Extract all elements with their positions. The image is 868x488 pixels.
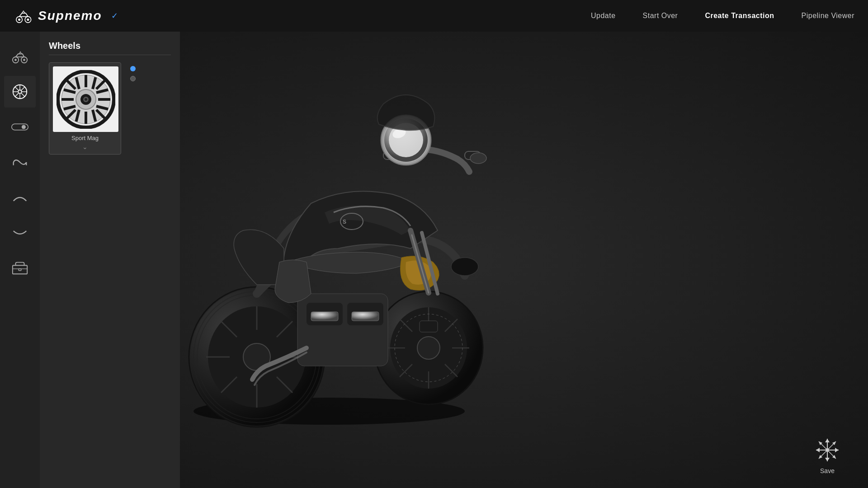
save-label: Save	[820, 467, 835, 474]
svg-line-15	[15, 87, 19, 90]
svg-text:S: S	[343, 219, 346, 225]
nav-create-transaction[interactable]: Create Transaction	[705, 12, 774, 20]
svg-point-7	[23, 59, 25, 61]
handlebar-icon	[11, 154, 28, 171]
logo-icon	[14, 6, 33, 25]
motorcycle-icon	[11, 48, 28, 65]
wheel-preview	[53, 66, 118, 132]
nav-links: Update Start Over Create Transaction Pip…	[591, 12, 854, 20]
svg-point-3	[27, 19, 29, 21]
sidebar	[0, 32, 40, 488]
sidebar-item-fender-rear[interactable]	[4, 217, 36, 249]
nav-start-over[interactable]: Start Over	[643, 12, 678, 20]
nav-update[interactable]: Update	[591, 12, 616, 20]
color-dots	[130, 66, 136, 81]
fender-rear-icon	[11, 224, 28, 241]
color-dot-gray[interactable]	[130, 76, 136, 81]
wheels-panel: Wheels	[40, 32, 180, 488]
fender-front-icon	[11, 189, 28, 206]
header: Supnemo ✓ Update Start Over Create Trans…	[0, 0, 868, 32]
save-area[interactable]: Save	[814, 436, 841, 474]
sidebar-item-fender-front[interactable]	[4, 182, 36, 213]
color-dot-blue[interactable]	[130, 66, 136, 71]
sport-mag-wheel-svg	[57, 70, 115, 129]
svg-rect-25	[19, 269, 21, 271]
brand-name: Supnemo	[38, 9, 102, 23]
svg-line-17	[21, 87, 25, 90]
save-3d-icon	[814, 437, 840, 463]
sidebar-item-motorcycle[interactable]	[4, 41, 36, 72]
svg-point-5	[14, 59, 17, 61]
svg-point-48	[85, 98, 87, 101]
panel-title: Wheels	[49, 41, 171, 55]
svg-rect-79	[352, 312, 379, 321]
svg-rect-23	[13, 265, 27, 274]
sidebar-item-toggle[interactable]	[4, 111, 36, 143]
checkmark-icon: ✓	[111, 11, 118, 21]
svg-point-74	[417, 337, 440, 359]
svg-point-80	[451, 258, 478, 276]
sidebar-item-handlebar[interactable]	[4, 146, 36, 178]
svg-line-18	[15, 93, 19, 97]
svg-point-20	[22, 125, 26, 129]
svg-point-88	[470, 153, 486, 164]
option-row: Sport Mag ⌄	[49, 62, 171, 155]
nav-pipeline-viewer[interactable]: Pipeline Viewer	[802, 12, 855, 20]
svg-rect-84	[420, 321, 438, 332]
sidebar-item-wheel[interactable]	[4, 76, 36, 108]
svg-point-108	[826, 448, 829, 452]
toggle-icon	[11, 118, 28, 136]
logo-area: Supnemo ✓	[14, 6, 118, 25]
sport-mag-chevron: ⌄	[53, 143, 117, 150]
storage-icon	[11, 259, 28, 277]
svg-point-1	[18, 19, 20, 21]
sport-mag-label: Sport Mag	[53, 135, 117, 141]
wheel-icon	[11, 83, 28, 100]
sidebar-item-storage[interactable]	[4, 252, 36, 284]
save-icon-box	[814, 436, 841, 464]
svg-point-10	[18, 90, 22, 94]
sport-mag-option[interactable]: Sport Mag ⌄	[49, 62, 121, 155]
svg-line-16	[21, 93, 25, 97]
svg-rect-78	[311, 312, 338, 321]
